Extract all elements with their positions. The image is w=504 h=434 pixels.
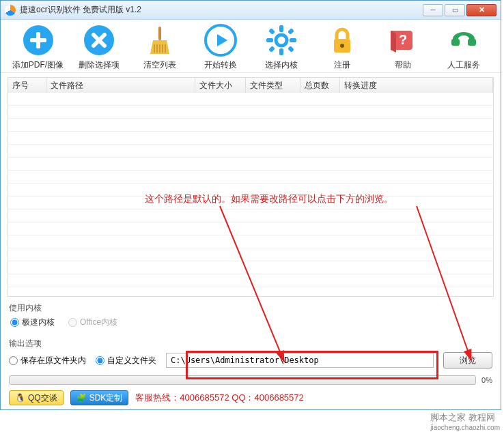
close-button[interactable]: ✕ bbox=[466, 4, 496, 16]
plus-icon bbox=[22, 24, 55, 57]
help-icon: ? bbox=[387, 24, 419, 57]
phone-icon bbox=[447, 24, 480, 57]
browse-button[interactable]: 浏览 bbox=[443, 352, 492, 368]
minimize-button[interactable]: ─ bbox=[423, 4, 443, 16]
qq-icon: 🐧 bbox=[15, 393, 25, 403]
svg-text:?: ? bbox=[398, 32, 406, 47]
puzzle-icon: 🧩 bbox=[76, 393, 87, 403]
svg-rect-12 bbox=[288, 46, 294, 53]
radio-office-kernel[interactable]: Office内核 bbox=[68, 317, 117, 328]
table-header: 序号 文件路径 文件大小 文件类型 总页数 转换进度 bbox=[8, 78, 493, 93]
toolbar-start[interactable]: 开始转换 bbox=[190, 24, 251, 71]
maximize-button[interactable]: ▭ bbox=[445, 4, 465, 16]
svg-point-16 bbox=[340, 44, 344, 48]
gear-icon bbox=[265, 24, 298, 57]
hotline-text: 客服热线：4006685572 QQ：4006685572 bbox=[135, 392, 303, 404]
radio-fast-kernel[interactable]: 极速内核 bbox=[10, 317, 55, 328]
table-body bbox=[8, 93, 493, 287]
svg-rect-18 bbox=[451, 39, 460, 46]
toolbar-register[interactable]: 注册 bbox=[311, 24, 372, 71]
svg-rect-8 bbox=[279, 48, 283, 55]
kernel-section-label: 使用内核 bbox=[1, 297, 501, 317]
svg-rect-14 bbox=[268, 46, 275, 53]
x-icon bbox=[83, 24, 115, 57]
toolbar: 添加PDF/图像 删除选择项 清空列表 开始转换 选择内核 注册 ? 帮助 人工 bbox=[1, 20, 501, 73]
svg-rect-10 bbox=[290, 38, 296, 42]
toolbar-clear[interactable]: 清空列表 bbox=[129, 24, 190, 71]
toolbar-delete[interactable]: 删除选择项 bbox=[68, 24, 129, 71]
window-title: 捷速ocr识别软件 免费试用版 v1.2 bbox=[20, 4, 423, 16]
svg-rect-4 bbox=[158, 27, 161, 40]
app-icon bbox=[5, 5, 16, 16]
toolbar-kernel[interactable]: 选择内核 bbox=[251, 24, 311, 71]
lock-icon bbox=[326, 24, 359, 57]
svg-point-6 bbox=[276, 35, 287, 46]
sdk-button[interactable]: 🧩SDK定制 bbox=[70, 390, 129, 405]
watermark: 脚本之家 教程网 jiaocheng.chaozhi.com bbox=[430, 411, 500, 431]
toolbar-add[interactable]: 添加PDF/图像 bbox=[8, 24, 68, 71]
output-path-input[interactable] bbox=[166, 353, 434, 368]
qq-chat-button[interactable]: 🐧QQ交谈 bbox=[9, 390, 64, 405]
svg-rect-11 bbox=[268, 28, 275, 35]
broom-icon bbox=[143, 24, 176, 57]
svg-rect-7 bbox=[279, 25, 283, 32]
progress-percent: 0% bbox=[481, 376, 492, 384]
progress-bar bbox=[9, 375, 476, 385]
svg-rect-19 bbox=[468, 39, 476, 46]
output-section-label: 输出选项 bbox=[1, 332, 501, 352]
svg-rect-2 bbox=[30, 38, 46, 42]
radio-custom-folder[interactable]: 自定义文件夹 bbox=[96, 355, 156, 366]
play-icon bbox=[204, 24, 237, 57]
file-table: 序号 文件路径 文件大小 文件类型 总页数 转换进度 bbox=[8, 77, 494, 297]
svg-rect-9 bbox=[266, 38, 273, 42]
toolbar-help[interactable]: ? 帮助 bbox=[372, 24, 433, 71]
svg-rect-13 bbox=[288, 28, 294, 35]
radio-keep-folder[interactable]: 保存在原文件夹内 bbox=[9, 355, 86, 366]
toolbar-service[interactable]: 人工服务 bbox=[433, 24, 494, 71]
